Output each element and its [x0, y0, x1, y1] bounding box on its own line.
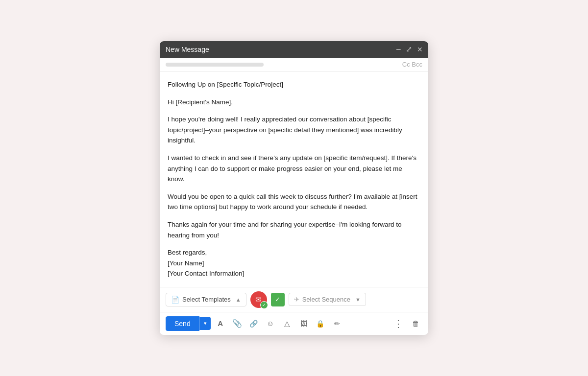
emoji-icon: ☺: [267, 319, 274, 328]
sequence-icon: ✈: [294, 296, 299, 303]
body-signature: Best regards,[Your Name][Your Contact In…: [168, 247, 420, 279]
cc-bcc-button[interactable]: Cc Bcc: [402, 61, 422, 68]
font-format-button[interactable]: A: [214, 317, 227, 330]
select-sequence-label: Select Sequence: [302, 296, 350, 303]
to-field-area: [166, 63, 402, 67]
templates-chevron-icon: ▲: [236, 297, 241, 303]
minimize-button[interactable]: −: [396, 45, 401, 54]
compose-window: New Message − ⤢ × Cc Bcc Following Up on…: [160, 41, 428, 335]
close-button[interactable]: ×: [417, 45, 422, 54]
font-icon: A: [218, 319, 223, 328]
template-icon: 📄: [171, 296, 179, 304]
attachment-button[interactable]: 📎: [230, 317, 244, 330]
more-options-button[interactable]: ⋮: [392, 317, 406, 330]
link-button[interactable]: 🔗: [247, 317, 261, 330]
compose-title: New Message: [166, 46, 209, 53]
body-paragraph-1: I hope you're doing well! I really appre…: [168, 114, 420, 146]
emoji-button[interactable]: ☺: [264, 317, 277, 330]
compose-header-actions: − ⤢ ×: [396, 45, 422, 54]
select-templates-label: Select Templates: [182, 296, 231, 303]
image-icon: 🖼: [300, 320, 307, 328]
image-button[interactable]: 🖼: [297, 317, 311, 330]
email-icon-circle: ✉ ✓: [250, 291, 267, 308]
compose-templates-row: 📄 Select Templates ▲ ✉ ✓ ✓ ✈ Select Sequ…: [160, 287, 428, 312]
check-badge: ✓: [260, 301, 268, 309]
body-paragraph-2: I wanted to check in and see if there's …: [168, 153, 420, 185]
compose-body[interactable]: Following Up on [Specific Topic/Project]…: [160, 71, 428, 287]
send-button-group: Send ▾: [166, 316, 211, 331]
trash-icon: 🗑: [412, 319, 419, 328]
link-icon: 🔗: [249, 320, 258, 328]
to-placeholder: [166, 63, 264, 67]
drive-icon: △: [284, 319, 290, 328]
attachment-icon: 📎: [232, 319, 242, 328]
select-templates-button[interactable]: 📄 Select Templates ▲: [166, 293, 246, 306]
sequence-chevron-icon: ▼: [355, 297, 361, 303]
drive-button[interactable]: △: [280, 317, 294, 330]
signature-button[interactable]: ✏: [330, 317, 344, 330]
body-paragraph-4: Thanks again for your time and for shari…: [168, 219, 420, 240]
compose-to-row: Cc Bcc: [160, 58, 428, 71]
green-check-icon: ✓: [275, 296, 280, 303]
lock-icon: 🔒: [316, 320, 324, 328]
body-paragraph-3: Would you be open to a quick call this w…: [168, 191, 420, 212]
confirm-check-button[interactable]: ✓: [271, 293, 285, 306]
lock-button[interactable]: 🔒: [314, 317, 327, 330]
send-dropdown-button[interactable]: ▾: [199, 317, 211, 330]
compose-toolbar: Send ▾ A 📎 🔗 ☺ △ 🖼 🔒 ✏ ⋮: [160, 312, 428, 335]
select-sequence-button[interactable]: ✈ Select Sequence ▼: [289, 293, 366, 306]
email-verify-wrapper: ✉ ✓: [250, 291, 267, 308]
maximize-button[interactable]: ⤢: [406, 46, 412, 53]
body-greeting: Hi [Recipient's Name],: [168, 97, 420, 108]
discard-button[interactable]: 🗑: [409, 317, 422, 330]
pen-icon: ✏: [334, 320, 340, 328]
more-icon: ⋮: [393, 319, 404, 329]
send-button[interactable]: Send: [166, 316, 199, 331]
body-subject: Following Up on [Specific Topic/Project]: [168, 79, 420, 90]
compose-header: New Message − ⤢ ×: [160, 41, 428, 58]
